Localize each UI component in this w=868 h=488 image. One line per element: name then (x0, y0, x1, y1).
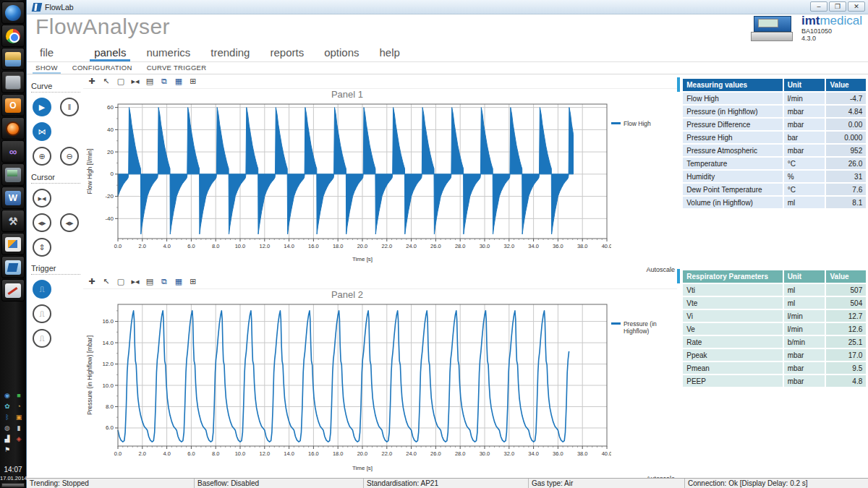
trigger-single-button[interactable]: ⎍ (33, 304, 51, 323)
tray-language-icon[interactable]: ◉ (3, 391, 12, 400)
tray-network-icon[interactable]: ✿ (3, 402, 12, 411)
properties-icon[interactable]: ▤ (144, 77, 156, 86)
zoom-box-icon[interactable]: ▢ (115, 277, 127, 286)
cursor-pair-button[interactable]: ▸◂ (33, 189, 51, 207)
table-row[interactable]: Vil/min12.7 (683, 310, 866, 322)
table-row[interactable]: Volume (in Highflow)ml8.1 (683, 197, 866, 208)
copy-icon[interactable]: ⧉ (158, 77, 170, 86)
timer-icon[interactable] (1, 117, 25, 140)
cursor-value-button[interactable]: ◂▸ (60, 213, 79, 232)
menu-item-help[interactable]: help (375, 46, 404, 61)
table-row[interactable]: Rateb/min25.1 (683, 336, 866, 348)
column-header: Unit (784, 79, 825, 91)
menu-item-reports[interactable]: reports (265, 46, 308, 61)
menu-item-file[interactable]: file (35, 46, 58, 61)
remote-desktop-icon[interactable] (1, 163, 25, 186)
cursor-time-button[interactable]: ◂▸ (33, 213, 51, 232)
tab-curve-trigger[interactable]: CURVE TRIGGER (144, 64, 210, 74)
imaging-icon[interactable] (1, 279, 25, 301)
table-row[interactable]: Flow Highl/min-4.7 (683, 93, 866, 104)
tray-office-icon[interactable]: ▣ (14, 413, 23, 421)
save-icon[interactable]: ▦ (173, 277, 184, 286)
save-icon[interactable]: ▦ (173, 77, 184, 86)
svg-text:10.0: 10.0 (235, 243, 246, 249)
tray-flag-icon[interactable]: ⚑ (3, 445, 12, 454)
zoom-box-icon[interactable]: ▢ (115, 77, 127, 86)
table-row[interactable]: Vtiml507 (683, 284, 866, 296)
table-accent-bar (677, 269, 680, 283)
table-row[interactable]: Pressure Atmosphericmbar952 (683, 145, 866, 156)
panel2-chart[interactable]: 0.02.04.06.08.010.012.014.016.018.020.02… (83, 300, 611, 475)
tray-bluetooth-icon[interactable]: ᛒ (3, 413, 12, 421)
table-row[interactable]: Pressure Highbar0.000 (683, 132, 866, 143)
cursor-tool-icon[interactable]: ▸◂ (129, 277, 141, 286)
column-header: Unit (784, 270, 825, 283)
tray-signal-icon[interactable]: ▟ (3, 435, 12, 443)
tray-volume-icon[interactable]: ◍ (3, 424, 12, 432)
zoom-out-button[interactable]: ⊖ (60, 147, 79, 166)
taskbar-date[interactable]: 17.01.2014 (0, 475, 26, 481)
menu-item-trending[interactable]: trending (206, 46, 254, 61)
print-icon[interactable]: ⊞ (187, 77, 199, 86)
table-row[interactable]: Pressure Differencembar0.00 (683, 119, 866, 130)
zoom-in-button[interactable]: ⊕ (33, 147, 51, 166)
pause-button[interactable]: ‖ (60, 98, 79, 116)
flowlab-icon[interactable] (1, 256, 25, 278)
pan-icon[interactable]: ✚ (86, 77, 98, 86)
safe-icon[interactable] (1, 71, 25, 93)
tab-configuration[interactable]: CONFIGURATION (69, 64, 135, 74)
table-row[interactable]: Humidity%31 (683, 171, 866, 182)
select-icon[interactable]: ↖ (101, 77, 112, 86)
tray-globe-icon[interactable]: ◔ (14, 402, 23, 411)
start-orb-icon[interactable] (1, 1, 25, 24)
tab-show[interactable]: SHOW (33, 64, 61, 74)
svg-text:12.0: 12.0 (102, 361, 114, 367)
table-row[interactable]: PEEPmbar4.8 (683, 375, 866, 387)
tray-green-app-icon[interactable]: ■ (14, 391, 23, 400)
table-row[interactable]: Vteml504 (683, 297, 866, 309)
chrome-icon[interactable] (1, 25, 25, 47)
show-desktop-button[interactable] (1, 483, 25, 487)
fit-autoscale-button[interactable]: ⋈ (33, 122, 51, 141)
close-button[interactable]: ✕ (848, 1, 865, 12)
tray-battery-icon[interactable]: ▮ (14, 424, 23, 432)
print-icon[interactable]: ⊞ (187, 277, 199, 286)
menu-item-options[interactable]: options (320, 46, 363, 61)
cursor-tool-icon[interactable]: ▸◂ (129, 77, 141, 86)
svg-text:8.0: 8.0 (212, 450, 219, 457)
table-row[interactable]: Pmeanmbar9.5 (683, 362, 866, 374)
window-titlebar[interactable]: FlowLab – ❐ ✕ (27, 0, 868, 14)
trigger-continuous-button[interactable]: ⎍ (33, 280, 51, 299)
svg-text:18.0: 18.0 (333, 450, 344, 457)
copy-icon[interactable]: ⧉ (158, 277, 170, 286)
trigger-manual-button[interactable]: ⎍ (33, 329, 51, 348)
word-icon[interactable]: W (1, 187, 25, 209)
outlook-icon[interactable]: O (1, 94, 25, 116)
table-row[interactable]: Pressure (in Highflow)mbar4.84 (683, 106, 866, 117)
table-row[interactable]: Temperature°C26.0 (683, 158, 866, 169)
table-row[interactable]: Vel/min12.6 (683, 323, 866, 335)
select-icon[interactable]: ↖ (101, 277, 112, 286)
table-row[interactable]: Ppeakmbar17.0 (683, 349, 866, 361)
menu-item-panels[interactable]: panels (90, 46, 130, 61)
tools-icon[interactable]: ⚒ (1, 210, 25, 232)
properties-icon[interactable]: ▤ (144, 277, 156, 286)
cell-name: PEEP (683, 375, 782, 387)
menu-item-numerics[interactable]: numerics (142, 46, 195, 61)
cell-unit: l/min (784, 310, 825, 322)
restore-button[interactable]: ❐ (829, 1, 846, 12)
panel1-autoscale-label[interactable]: Autoscale (83, 266, 675, 275)
visual-studio-icon[interactable]: ∞ (1, 140, 25, 163)
tray-audio-error-icon[interactable]: ◈ (14, 435, 23, 443)
table-row[interactable]: Dew Point Temperature°C7.6 (683, 184, 866, 195)
minimize-button[interactable]: – (810, 1, 827, 12)
pan-icon[interactable]: ✚ (86, 277, 98, 286)
play-button[interactable]: ▶ (33, 98, 51, 116)
panels-tabbar: SHOWCONFIGURATIONCURVE TRIGGER (27, 62, 868, 74)
panel2-legend: Pressure (in Highflow) (611, 300, 676, 475)
taskbar-clock[interactable]: 14:07 (0, 466, 26, 474)
vmware-icon[interactable] (1, 233, 25, 255)
panel1-chart[interactable]: 0.02.04.06.08.010.012.014.016.018.020.02… (83, 100, 611, 266)
explorer-icon[interactable] (1, 48, 25, 70)
cursor-vertical-button[interactable]: ⇕ (33, 238, 51, 257)
